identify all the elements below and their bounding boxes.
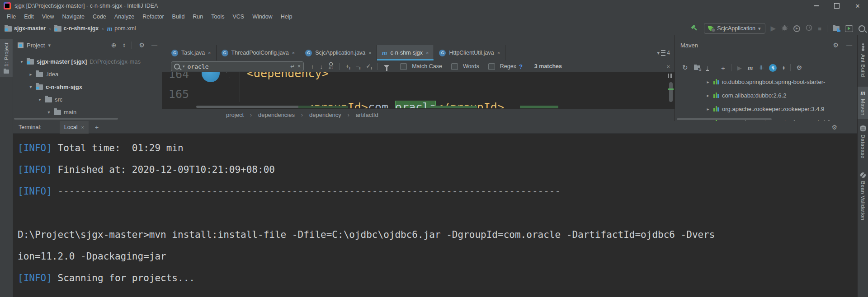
tab-task-java[interactable]: C Task.java × <box>166 45 217 60</box>
execute-maven-goal-icon[interactable]: m <box>748 65 753 71</box>
close-icon[interactable]: × <box>81 125 84 130</box>
remove-selection-button[interactable]: −II <box>356 63 360 70</box>
tab-scjcapplication-java[interactable]: C ScjcApplication.java × <box>300 45 377 60</box>
debug-button[interactable] <box>781 24 788 32</box>
horizontal-scrollbar[interactable] <box>14 118 118 120</box>
close-icon[interactable]: × <box>208 50 211 56</box>
tab-threadpoolconfig-java[interactable]: C ThreadPoolConfig.java × <box>217 45 301 60</box>
next-occurrence-button[interactable]: ↓ <box>320 63 323 70</box>
menu-navigate[interactable]: Navigate <box>58 12 89 22</box>
tab-httpclientutil-java[interactable]: C HttpClientUtil.java × <box>434 45 505 60</box>
words-checkbox[interactable] <box>451 63 458 70</box>
tree-row-idea[interactable]: ▸ .idea <box>13 68 162 80</box>
breadcrumb-project[interactable]: sjgx-master <box>14 25 46 32</box>
close-icon[interactable]: × <box>426 50 429 56</box>
tree-row-src[interactable]: ▾ src <box>13 93 162 106</box>
close-button[interactable]: ✕ <box>847 0 868 12</box>
new-terminal-tab-button[interactable]: + <box>95 124 99 131</box>
pause-analysis-icon[interactable] <box>668 74 672 78</box>
menu-tools[interactable]: Tools <box>207 12 228 22</box>
breadcrumb-item[interactable]: artifactId <box>356 111 378 118</box>
add-maven-project-icon[interactable]: + <box>721 64 725 72</box>
maven-tree-row[interactable]: ▸ org.apache.zookeeper:zookeeper:3.4.9 <box>675 102 858 116</box>
project-view-selector[interactable]: Project <box>27 42 45 49</box>
breadcrumb-item[interactable]: project <box>226 111 244 118</box>
gutter-blue-marker-icon[interactable] <box>202 72 220 82</box>
project-structure-button[interactable] <box>833 26 840 31</box>
previous-occurrence-button[interactable]: ↑ <box>311 63 314 70</box>
collapse-all-icon[interactable]: ▴▾ <box>123 43 125 47</box>
add-selection-button[interactable]: +II <box>345 63 349 70</box>
close-icon[interactable]: × <box>497 50 500 56</box>
skip-tests-icon[interactable]: -‖- <box>759 65 764 71</box>
search-everywhere-button[interactable] <box>859 25 865 32</box>
menu-vcs[interactable]: VCS <box>228 12 248 22</box>
menu-view[interactable]: View <box>38 12 58 22</box>
find-all-button[interactable]: ΩALL <box>329 63 333 70</box>
maven-settings-wrench-icon[interactable]: ⚙ <box>796 65 803 71</box>
menu-build[interactable]: Build <box>168 12 189 22</box>
maximize-button[interactable] <box>826 0 847 12</box>
reimport-maven-icon[interactable]: ↻ <box>682 64 688 72</box>
gear-icon[interactable]: ⚙ <box>831 124 837 131</box>
menu-analyze[interactable]: Analyze <box>110 12 138 22</box>
breadcrumb-item[interactable]: dependencies <box>258 111 295 118</box>
arrow-collapsed-icon[interactable]: ▸ <box>706 93 710 98</box>
breadcrumb-file[interactable]: pom.xml <box>114 25 136 32</box>
minimize-button[interactable] <box>806 0 826 12</box>
collapse-all-icon[interactable]: ▴▾ <box>783 65 784 70</box>
download-sources-icon[interactable]: ↓ <box>706 65 709 71</box>
filter-icon[interactable] <box>384 65 389 68</box>
terminal-tab-local[interactable]: Local × <box>60 121 89 134</box>
generate-sources-icon[interactable] <box>694 65 700 70</box>
offline-mode-icon[interactable]: ↯ <box>769 64 777 72</box>
tab-pom-selected[interactable]: m c-n-shm-sjgx × <box>377 45 434 60</box>
tree-row-main[interactable]: ▾ main <box>13 106 162 118</box>
tool-button-ant-build[interactable]: Ant Build <box>858 40 868 81</box>
breadcrumb-item[interactable]: dependency <box>309 111 341 118</box>
terminal-output[interactable]: [INFO] Total time: 01:29 min [INFO] Fini… <box>13 134 857 297</box>
run-with-coverage-button[interactable]: ▶ <box>793 25 800 32</box>
search-input[interactable]: ▾ oracle ↵ × <box>171 61 304 71</box>
fold-region-icon[interactable] <box>226 72 233 78</box>
regex-help-icon[interactable]: ? <box>519 63 523 70</box>
chevron-down-icon[interactable]: ▾ <box>183 64 185 69</box>
menu-file[interactable]: File <box>3 12 20 22</box>
gear-icon[interactable]: ⚙ <box>139 42 145 49</box>
close-find-bar-icon[interactable]: × <box>666 63 670 70</box>
maven-tree-row[interactable]: ▸ io.dubbo.springboot:spring-boot-starte… <box>675 75 858 88</box>
run-build-icon[interactable]: ▶ <box>737 65 742 71</box>
profiler-button[interactable] <box>806 24 812 32</box>
arrow-collapsed-icon[interactable]: ▸ <box>706 107 710 111</box>
tool-button-maven[interactable]: m Maven <box>858 87 868 119</box>
gear-icon[interactable]: ⚙ <box>833 42 839 49</box>
run-button[interactable]: ▶ <box>771 24 776 32</box>
stop-button[interactable]: ■ <box>818 25 821 32</box>
arrow-expanded-icon[interactable]: ▾ <box>38 97 42 102</box>
menu-edit[interactable]: Edit <box>20 12 38 22</box>
arrow-collapsed-icon[interactable]: ▸ <box>706 79 710 84</box>
build-hammer-icon[interactable] <box>690 24 698 33</box>
menu-refactor[interactable]: Refactor <box>138 12 168 22</box>
menu-code[interactable]: Code <box>89 12 110 22</box>
breadcrumb-module[interactable]: c-n-shm-sjgx <box>64 25 99 32</box>
run-configuration-selector[interactable]: ScjcApplication ▾ <box>704 23 765 34</box>
maven-tree-row[interactable]: ▸ com.alibaba:dubbo:2.6.2 <box>675 88 858 102</box>
menu-window[interactable]: Window <box>248 12 276 22</box>
horizontal-scrollbar[interactable] <box>677 118 772 120</box>
select-all-occurrences-button[interactable]: ✓II <box>366 63 372 70</box>
scrollbar-thumb[interactable] <box>669 82 673 102</box>
hide-panel-icon[interactable]: — <box>846 42 852 49</box>
menu-run[interactable]: Run <box>189 12 207 22</box>
match-case-checkbox[interactable] <box>400 63 407 70</box>
tree-row-project-root[interactable]: ▾ sjgx-master [sjgx] D:\Project\sjgx-mas <box>13 55 162 68</box>
arrow-expanded-icon[interactable]: ▾ <box>19 59 24 64</box>
hidden-tabs-dropdown[interactable]: ▾ 4 <box>657 50 670 56</box>
arrow-collapsed-icon[interactable]: ▸ <box>28 72 33 77</box>
close-icon[interactable]: × <box>292 50 295 56</box>
close-icon[interactable]: × <box>368 50 371 56</box>
tool-button-project[interactable]: 1: Project <box>0 39 13 77</box>
menu-help[interactable]: Help <box>277 12 297 22</box>
clear-search-icon[interactable]: × <box>297 63 301 70</box>
tree-row-module[interactable]: ▾ c-n-shm-sjgx <box>13 80 162 93</box>
